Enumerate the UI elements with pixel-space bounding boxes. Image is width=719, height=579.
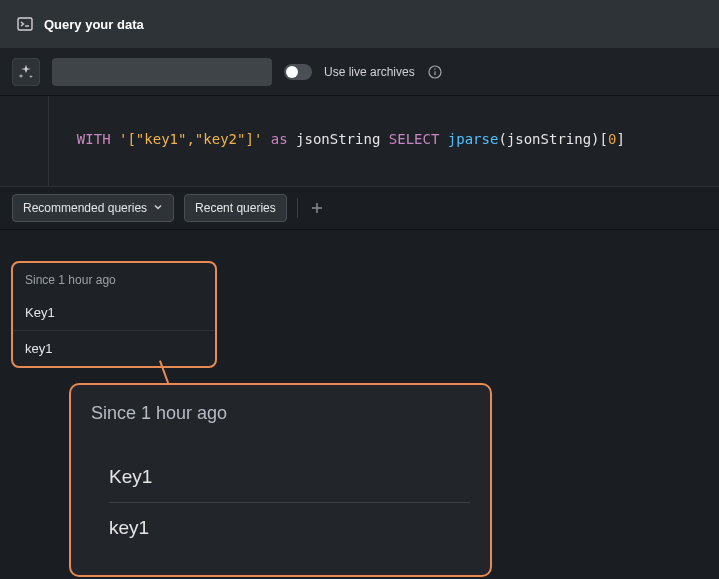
token-arg: jsonString [507,131,591,147]
token-alias: jsonString [296,131,380,147]
query-name-input[interactable] [52,58,272,86]
token-paren-close: ) [591,131,599,147]
token-string: '["key1","key2"]' [119,131,262,147]
info-icon[interactable] [427,64,443,80]
live-archives-toggle[interactable] [284,64,312,80]
query-toolbar: Use live archives [0,48,719,96]
app-header: Query your data [0,0,719,48]
token-select: SELECT [389,131,440,147]
token-func: jparse [448,131,499,147]
zoomed-results-callout: Since 1 hour ago Key1 key1 [69,383,492,577]
recent-queries-label: Recent queries [195,201,276,215]
token-as: as [271,131,288,147]
token-bracket-open: [ [600,131,608,147]
token-bracket-close: ] [616,131,624,147]
query-editor[interactable]: WITH '["key1","key2"]' as jsonString SEL… [0,96,719,186]
recommended-queries-chip[interactable]: Recommended queries [12,194,174,222]
chips-divider [297,198,298,218]
results-column-header: Key1 [13,295,215,330]
recommended-queries-label: Recommended queries [23,201,147,215]
svg-rect-0 [18,18,32,30]
zoomed-timeframe: Since 1 hour ago [91,403,470,424]
ai-suggest-button[interactable] [12,58,40,86]
page-title: Query your data [44,17,144,32]
results-timeframe: Since 1 hour ago [13,263,215,295]
token-paren-open: ( [498,131,506,147]
recent-queries-chip[interactable]: Recent queries [184,194,287,222]
live-archives-label: Use live archives [324,65,415,79]
editor-gutter [48,96,49,186]
query-chips-row: Recommended queries Recent queries [0,186,719,230]
svg-point-2 [434,68,435,69]
zoomed-column-header: Key1 [91,452,470,502]
zoomed-row: key1 [91,503,470,553]
query-icon [16,15,34,33]
chevron-down-icon [153,201,163,215]
results-panel: Since 1 hour ago Key1 key1 [11,261,217,368]
results-row: key1 [13,330,215,366]
add-query-button[interactable] [308,199,326,217]
token-with: WITH [77,131,111,147]
